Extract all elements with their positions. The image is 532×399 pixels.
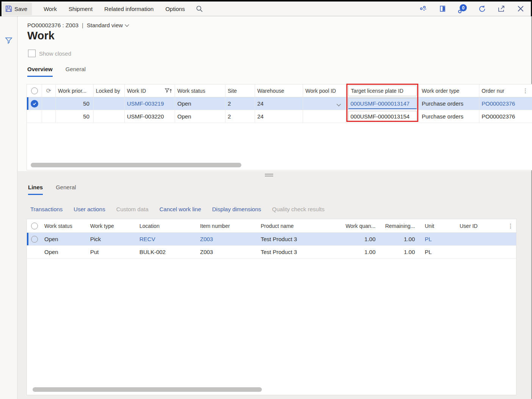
- cell-order-number-link[interactable]: PO00002376: [479, 97, 532, 110]
- lines-row-2[interactable]: Open Put BULK-002 Z003 Test Product 3 1.…: [27, 246, 516, 259]
- cell-order-number[interactable]: PO00002376: [479, 110, 532, 123]
- menu-work[interactable]: Work: [44, 6, 57, 12]
- select-all-circle[interactable]: [27, 84, 42, 97]
- lines-row-1[interactable]: Open Pick RECV Z003 Test Product 3 1.00 …: [27, 233, 516, 246]
- save-button[interactable]: Save: [2, 3, 32, 15]
- col-header-warehouse[interactable]: Warehouse: [255, 84, 303, 97]
- cell-product-name[interactable]: Test Product 3: [258, 233, 340, 245]
- row-select-cell[interactable]: [27, 246, 42, 258]
- overview-row-2[interactable]: 50 USMF-003220 Open 2 24 000USMF-0000013…: [27, 110, 532, 123]
- grid-refresh-icon[interactable]: ⟳: [42, 84, 56, 97]
- show-closed-checkbox[interactable]: [28, 50, 36, 57]
- row-select-cell[interactable]: [27, 110, 42, 123]
- col-header-unit[interactable]: Unit: [419, 219, 455, 232]
- cell-work-status[interactable]: Open: [42, 233, 88, 245]
- popout-icon[interactable]: [497, 5, 505, 13]
- menu-shipment[interactable]: Shipment: [69, 6, 92, 12]
- col-header-work-pool-id[interactable]: Work pool ID: [303, 84, 346, 97]
- overview-grid-hscrollbar[interactable]: [31, 163, 241, 167]
- cell-work-type[interactable]: Put: [88, 246, 137, 258]
- cell-site[interactable]: 2: [225, 97, 255, 110]
- cell-target-license-plate[interactable]: 000USMF-0000013147: [346, 97, 419, 110]
- cell-remaining[interactable]: 1.00: [379, 246, 419, 258]
- col-header-site[interactable]: Site: [225, 84, 255, 97]
- col-header-locked-by[interactable]: Locked by: [94, 84, 125, 97]
- row-select-checked[interactable]: [27, 97, 42, 110]
- view-switcher[interactable]: Standard view: [87, 22, 128, 28]
- cell-locked-by[interactable]: [94, 110, 125, 123]
- col-header-remaining[interactable]: Remaining...: [379, 219, 419, 232]
- cell-locked-by[interactable]: [94, 97, 125, 110]
- cell-remaining[interactable]: 1.00: [379, 233, 419, 245]
- book-icon[interactable]: [438, 5, 447, 13]
- column-options-icon[interactable]: ⋮: [523, 87, 528, 94]
- cell-work-id[interactable]: USMF-003220: [125, 110, 175, 123]
- search-icon[interactable]: [196, 5, 203, 12]
- target-lp-input[interactable]: 000USMF-0000013147: [348, 98, 417, 109]
- cell-target-license-plate[interactable]: 000USMF-0000013154: [346, 110, 419, 123]
- action-cancel-work-line[interactable]: Cancel work line: [160, 206, 201, 212]
- col-header-work-quantity[interactable]: Work quan...: [340, 219, 379, 232]
- tab-general-lines[interactable]: General: [56, 184, 76, 193]
- cell-work-pool-id[interactable]: [303, 110, 346, 123]
- col-header-item-number[interactable]: Item number: [198, 219, 258, 232]
- column-options-icon[interactable]: ⋮: [504, 219, 516, 232]
- cell-work-status[interactable]: Open: [175, 110, 225, 123]
- cell-unit[interactable]: PL: [419, 246, 455, 258]
- refresh-icon[interactable]: [478, 5, 486, 13]
- cell-work-priority[interactable]: 50: [56, 110, 94, 123]
- notification-icon[interactable]: 0: [458, 4, 467, 13]
- tab-overview[interactable]: Overview: [27, 66, 53, 75]
- select-all-circle[interactable]: [27, 219, 42, 232]
- cell-work-type[interactable]: Pick: [88, 233, 137, 245]
- lines-grid-hscrollbar[interactable]: [33, 387, 262, 392]
- menu-related-information[interactable]: Related information: [104, 6, 153, 12]
- cell-site[interactable]: 2: [225, 110, 255, 123]
- cell-item-number-link[interactable]: Z003: [198, 233, 258, 245]
- cell-work-status[interactable]: Open: [42, 246, 88, 258]
- task-dots-icon[interactable]: [419, 5, 427, 13]
- cell-user-id[interactable]: [455, 246, 504, 258]
- cell-work-order-type[interactable]: Purchase orders: [419, 110, 479, 123]
- overview-row-1[interactable]: 50 USMF-003219 Open 2 24 000USMF-0000013…: [27, 97, 532, 110]
- col-header-product-name[interactable]: Product name: [258, 219, 340, 232]
- cell-warehouse[interactable]: 24: [255, 97, 303, 110]
- action-user-actions[interactable]: User actions: [74, 206, 105, 212]
- cell-work-pool-id[interactable]: [303, 97, 346, 110]
- dropdown-chevron-icon[interactable]: [337, 100, 340, 107]
- col-header-work-priority[interactable]: Work prior...: [56, 84, 94, 97]
- tab-general-top[interactable]: General: [66, 66, 86, 75]
- col-header-user-id[interactable]: User ID: [455, 219, 504, 232]
- cell-work-order-type[interactable]: Purchase orders: [419, 97, 479, 110]
- cell-work-status[interactable]: Open: [175, 97, 225, 110]
- show-closed-label: Show closed: [39, 50, 71, 57]
- action-transactions[interactable]: Transactions: [30, 206, 63, 212]
- cell-user-id[interactable]: [455, 233, 504, 245]
- cell-warehouse[interactable]: 24: [255, 110, 303, 123]
- tab-lines[interactable]: Lines: [28, 184, 43, 193]
- col-header-location[interactable]: Location: [137, 219, 198, 232]
- cell-product-name[interactable]: Test Product 3: [258, 246, 340, 258]
- col-header-work-status[interactable]: Work status: [175, 84, 225, 97]
- target-lp-input[interactable]: 000USMF-0000013154: [348, 111, 417, 122]
- cell-location[interactable]: BULK-002: [137, 246, 198, 258]
- col-header-target-license-plate-id[interactable]: Target license plate ID: [346, 84, 419, 97]
- cell-work-quantity[interactable]: 1.00: [340, 246, 379, 258]
- cell-work-priority[interactable]: 50: [56, 97, 94, 110]
- cell-work-quantity[interactable]: 1.00: [340, 233, 379, 245]
- pane-splitter-handle[interactable]: [265, 174, 274, 178]
- close-icon[interactable]: [516, 5, 525, 13]
- filter-funnel-icon[interactable]: [5, 37, 13, 44]
- cell-location-link[interactable]: RECV: [137, 233, 198, 245]
- col-header-order-number[interactable]: Order nur ⋮: [479, 84, 532, 97]
- action-display-dimensions[interactable]: Display dimensions: [212, 206, 261, 212]
- cell-item-number[interactable]: Z003: [198, 246, 258, 258]
- row-select-radio[interactable]: [27, 233, 42, 245]
- cell-work-id-link[interactable]: USMF-003219: [125, 97, 175, 110]
- col-header-work-status[interactable]: Work status: [42, 219, 88, 232]
- col-header-work-id[interactable]: Work ID: [125, 84, 175, 97]
- col-header-work-order-type[interactable]: Work order type: [419, 84, 479, 97]
- col-header-work-type[interactable]: Work type: [88, 219, 137, 232]
- cell-unit-link[interactable]: PL: [419, 233, 455, 245]
- menu-options[interactable]: Options: [165, 6, 185, 12]
